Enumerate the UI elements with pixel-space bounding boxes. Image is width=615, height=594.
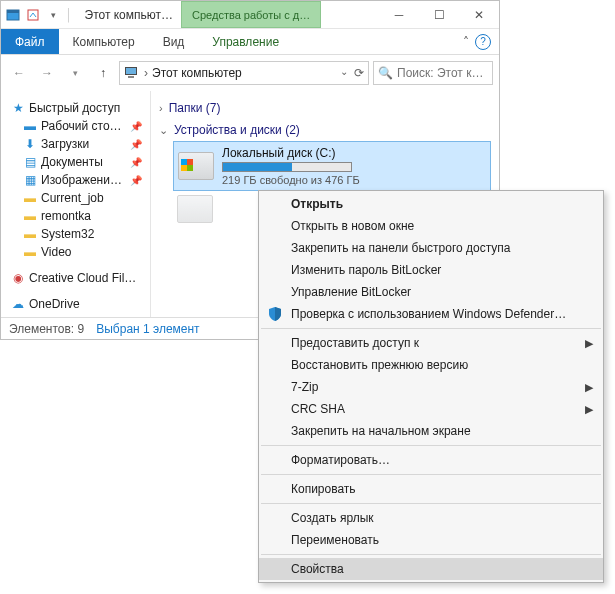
sidebar-label: remontka — [41, 209, 91, 223]
pc-icon — [124, 65, 140, 81]
drive-free-text: 219 ГБ свободно из 476 ГБ — [222, 174, 360, 186]
context-menu: Открыть Открыть в новом окне Закрепить н… — [258, 190, 604, 583]
sidebar-item-downloads[interactable]: ⬇ Загрузки 📌 — [1, 135, 150, 153]
sidebar-item-system32[interactable]: ▬ System32 — [1, 225, 150, 243]
quick-access-toolbar: ▾ │ — [1, 1, 77, 28]
close-button[interactable]: ✕ — [459, 1, 499, 28]
address-bar[interactable]: › Этот компьютер ⌄ ⟳ — [119, 61, 369, 85]
cm-open[interactable]: Открыть — [259, 193, 603, 215]
sidebar-item-currentjob[interactable]: ▬ Current_job — [1, 189, 150, 207]
drive-info: Локальный диск (C:) 219 ГБ свободно из 4… — [222, 146, 360, 186]
cm-change-bitlocker[interactable]: Изменить пароль BitLocker — [259, 259, 603, 281]
cm-7zip[interactable]: 7-Zip▶ — [259, 376, 603, 398]
pin-icon: 📌 — [130, 157, 146, 168]
pictures-icon: ▦ — [23, 173, 37, 187]
maximize-button[interactable]: ☐ — [419, 1, 459, 28]
titlebar: ▾ │ Этот компьют… Средства работы с д… ─… — [1, 1, 499, 29]
cm-restore-previous[interactable]: Восстановить прежнюю версию — [259, 354, 603, 376]
svg-rect-2 — [28, 10, 38, 20]
properties-icon[interactable] — [25, 7, 41, 23]
folder-icon: ▬ — [23, 245, 37, 259]
tab-file[interactable]: Файл — [1, 29, 59, 54]
sidebar-quick-access[interactable]: ★ Быстрый доступ — [1, 99, 150, 117]
cm-pin-start[interactable]: Закрепить на начальном экране — [259, 420, 603, 442]
onedrive-icon: ☁ — [11, 297, 25, 311]
sidebar-label: OneDrive — [29, 297, 80, 311]
back-button[interactable]: ← — [7, 61, 31, 85]
navigation-pane: ★ Быстрый доступ ▬ Рабочий сто… 📌 ⬇ Загр… — [1, 91, 151, 317]
sidebar-label: Документы — [41, 155, 103, 169]
sidebar-item-desktop[interactable]: ▬ Рабочий сто… 📌 — [1, 117, 150, 135]
minimize-button[interactable]: ─ — [379, 1, 419, 28]
up-button[interactable]: ↑ — [91, 61, 115, 85]
refresh-icon[interactable]: ⟳ — [354, 66, 364, 80]
star-icon: ★ — [11, 101, 25, 115]
svg-rect-4 — [126, 68, 136, 74]
sidebar-onedrive[interactable]: ☁ OneDrive — [1, 295, 150, 313]
address-dropdown-icon[interactable]: ⌄ — [340, 66, 348, 80]
submenu-arrow-icon: ▶ — [585, 381, 593, 394]
cm-crc-sha[interactable]: CRC SHA▶ — [259, 398, 603, 420]
sidebar-label: Загрузки — [41, 137, 89, 151]
drive-name: Локальный диск (C:) — [222, 146, 360, 160]
explorer-icon — [5, 7, 21, 23]
pin-icon: 📌 — [130, 175, 146, 186]
search-box[interactable]: 🔍 — [373, 61, 493, 85]
group-folders[interactable]: › Папки (7) — [159, 97, 491, 119]
drive-usage-bar — [222, 162, 352, 172]
folder-icon: ▬ — [23, 191, 37, 205]
folder-icon: ▬ — [23, 227, 37, 241]
downloads-icon: ⬇ — [23, 137, 37, 151]
tab-view[interactable]: Вид — [149, 29, 199, 54]
shield-icon — [267, 306, 283, 322]
cm-create-shortcut[interactable]: Создать ярлык — [259, 507, 603, 529]
pin-icon: 📌 — [130, 121, 146, 132]
sidebar-label: Быстрый доступ — [29, 101, 120, 115]
cm-defender[interactable]: Проверка с использованием Windows Defend… — [259, 303, 603, 325]
collapse-ribbon-icon[interactable]: ˄ — [463, 35, 469, 49]
forward-button[interactable]: → — [35, 61, 59, 85]
cm-format[interactable]: Форматировать… — [259, 449, 603, 471]
sidebar-item-remontka[interactable]: ▬ remontka — [1, 207, 150, 225]
breadcrumb-location[interactable]: Этот компьютер — [152, 66, 242, 80]
sidebar-creative-cloud[interactable]: ◉ Creative Cloud Fil… — [1, 269, 150, 287]
cm-properties[interactable]: Свойства — [259, 558, 603, 580]
recent-locations-button[interactable]: ▾ — [63, 61, 87, 85]
sidebar-label: Video — [41, 245, 71, 259]
cm-give-access[interactable]: Предоставить доступ к▶ — [259, 332, 603, 354]
status-selected-count: Выбран 1 элемент — [96, 322, 199, 336]
search-input[interactable] — [397, 66, 488, 80]
contextual-tab-label[interactable]: Средства работы с д… — [181, 1, 321, 28]
drive-c[interactable]: Локальный диск (C:) 219 ГБ свободно из 4… — [173, 141, 491, 191]
svg-rect-5 — [128, 76, 134, 78]
sidebar-item-pictures[interactable]: ▦ Изображени… 📌 — [1, 171, 150, 189]
tab-manage[interactable]: Управление — [198, 29, 293, 54]
breadcrumb-separator[interactable]: › — [144, 66, 148, 80]
qat-dropdown-icon[interactable]: ▾ — [45, 7, 61, 23]
creative-cloud-icon: ◉ — [11, 271, 25, 285]
sidebar-label: System32 — [41, 227, 94, 241]
cm-open-new-window[interactable]: Открыть в новом окне — [259, 215, 603, 237]
help-icon[interactable]: ? — [475, 34, 491, 50]
folder-icon: ▬ — [23, 209, 37, 223]
cm-rename[interactable]: Переименовать — [259, 529, 603, 551]
search-icon: 🔍 — [378, 66, 393, 80]
navigation-bar: ← → ▾ ↑ › Этот компьютер ⌄ ⟳ 🔍 — [1, 55, 499, 91]
pin-icon: 📌 — [130, 139, 146, 150]
drive-icon — [178, 152, 214, 180]
cm-separator — [261, 503, 601, 504]
cm-separator — [261, 554, 601, 555]
sidebar-label: Current_job — [41, 191, 104, 205]
group-label: Устройства и диски (2) — [174, 123, 300, 137]
cm-manage-bitlocker[interactable]: Управление BitLocker — [259, 281, 603, 303]
cm-separator — [261, 445, 601, 446]
tab-computer[interactable]: Компьютер — [59, 29, 149, 54]
group-drives[interactable]: ⌄ Устройства и диски (2) — [159, 119, 491, 141]
ribbon-tabs: Файл Компьютер Вид Управление ˄ ? — [1, 29, 499, 55]
sidebar-item-documents[interactable]: ▤ Документы 📌 — [1, 153, 150, 171]
sidebar-item-video[interactable]: ▬ Video — [1, 243, 150, 261]
svg-rect-1 — [7, 10, 19, 13]
cm-copy[interactable]: Копировать — [259, 478, 603, 500]
cm-pin-quick-access[interactable]: Закрепить на панели быстрого доступа — [259, 237, 603, 259]
chevron-down-icon: ⌄ — [159, 124, 168, 137]
